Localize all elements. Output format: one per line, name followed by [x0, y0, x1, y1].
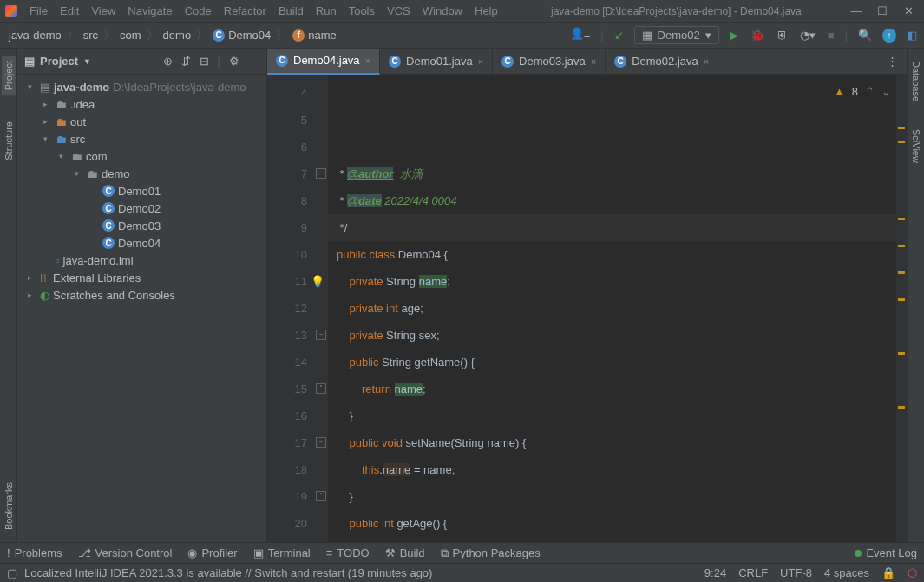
tree-arrow-icon[interactable]: ▸: [28, 273, 36, 282]
breadcrumb-item[interactable]: com: [116, 27, 145, 43]
code-editor[interactable]: 456789101112131415161718192021 −−˄−˄− ▲ …: [267, 75, 907, 542]
tool-tab-sciview[interactable]: SciView: [909, 124, 923, 168]
menu-edit[interactable]: Edit: [55, 3, 84, 19]
line-number[interactable]: 15: [267, 376, 307, 402]
tree-arrow-icon[interactable]: ▸: [28, 291, 36, 299]
chevron-up-icon[interactable]: ⌃: [865, 78, 875, 105]
menu-code[interactable]: Code: [180, 3, 217, 19]
line-number[interactable]: 20: [267, 510, 307, 537]
search-icon[interactable]: 🔍: [856, 27, 874, 43]
code-line[interactable]: 💡 private String name;: [337, 268, 907, 295]
run-config-selector[interactable]: ▦ Demo02 ▾: [634, 26, 719, 44]
tool-todo[interactable]: ≡TODO: [326, 546, 370, 559]
tree-row[interactable]: CDemo02: [17, 199, 266, 217]
tool-tab-structure[interactable]: Structure: [2, 116, 16, 166]
status-item[interactable]: 4 spaces: [824, 566, 869, 579]
editor-tab[interactable]: CDemo04.java×: [267, 49, 380, 75]
tool-tab-bookmarks[interactable]: Bookmarks: [2, 477, 16, 535]
tree-arrow-icon[interactable]: ▾: [28, 82, 36, 91]
line-number[interactable]: 11: [267, 268, 307, 295]
line-number[interactable]: 12: [267, 295, 307, 322]
tree-arrow-icon[interactable]: ▾: [75, 169, 83, 178]
code-line[interactable]: * @author 水滴: [337, 160, 907, 187]
tree-row[interactable]: CDemo04: [17, 234, 266, 252]
intention-bulb-icon[interactable]: 💡: [311, 268, 324, 295]
tool-python-packages[interactable]: ⧉Python Packages: [441, 546, 541, 560]
settings-icon[interactable]: ⚙: [229, 55, 239, 68]
status-item[interactable]: CRLF: [738, 566, 768, 579]
expand-all-icon[interactable]: ⇵: [181, 55, 191, 68]
tool-windows-icon[interactable]: ▢: [7, 566, 17, 579]
tree-arrow-icon[interactable]: ▾: [59, 152, 68, 160]
code-line[interactable]: * @date 2022/4/4 0004: [337, 187, 907, 214]
tree-row[interactable]: ▸🖿out: [17, 113, 266, 130]
event-log[interactable]: Event Log: [855, 546, 917, 559]
menu-tools[interactable]: Tools: [344, 3, 380, 19]
menu-run[interactable]: Run: [311, 3, 342, 19]
run-button[interactable]: ▶: [728, 27, 740, 43]
tree-row[interactable]: ▸⊪External Libraries: [17, 269, 266, 286]
project-panel-title[interactable]: ▤ Project ▼: [24, 55, 91, 68]
tree-row[interactable]: ▫java-demo.iml: [17, 252, 266, 269]
menu-build[interactable]: Build: [273, 3, 309, 19]
debug-button[interactable]: 🐞: [749, 27, 766, 43]
lock-icon[interactable]: 🔒: [881, 566, 895, 579]
line-number[interactable]: 10: [267, 241, 307, 268]
chevron-down-icon[interactable]: ⌄: [881, 78, 891, 105]
status-message[interactable]: Localized IntelliJ IDEA 2021.3.3 is avai…: [24, 566, 432, 579]
code-line[interactable]: public int getAge() {: [337, 510, 907, 537]
fold-toggle[interactable]: ˄: [316, 491, 326, 501]
line-number[interactable]: 17: [267, 429, 307, 456]
breadcrumb-item[interactable]: CDemo04: [209, 27, 274, 43]
tool-build[interactable]: ⚒Build: [385, 546, 425, 559]
menu-refactor[interactable]: Refactor: [219, 3, 272, 19]
line-number[interactable]: 4: [267, 80, 307, 107]
line-number[interactable]: 7: [267, 160, 307, 187]
close-button[interactable]: ✕: [901, 4, 915, 17]
menu-file[interactable]: File: [24, 3, 53, 19]
line-number[interactable]: 16: [267, 402, 307, 429]
code-line[interactable]: return name;: [337, 376, 907, 402]
inspection-badge[interactable]: ▲ 8 ⌃ ⌄: [834, 78, 891, 105]
editor-tab[interactable]: CDemo01.java×: [380, 49, 493, 75]
code-content[interactable]: ▲ 8 ⌃ ⌄ * @author 水滴 * @date 2022/4/4 00…: [328, 75, 907, 542]
tab-menu-icon[interactable]: ⋮: [878, 55, 907, 68]
breadcrumb-item[interactable]: fname: [289, 27, 340, 43]
close-tab-icon[interactable]: ×: [478, 56, 483, 67]
close-tab-icon[interactable]: ×: [365, 56, 370, 66]
code-line[interactable]: }: [337, 483, 907, 510]
tree-row[interactable]: ▾🖿com: [17, 147, 266, 165]
menu-vcs[interactable]: VCS: [382, 3, 416, 19]
close-tab-icon[interactable]: ×: [591, 56, 596, 67]
code-line[interactable]: public class Demo04 {: [337, 241, 907, 268]
sync-icon[interactable]: ↙: [613, 27, 626, 43]
tree-row[interactable]: ▾▤java-demo D:\IdeaProjects\java-demo: [17, 78, 266, 95]
tool-tab-project[interactable]: Project: [2, 56, 16, 95]
tree-arrow-icon[interactable]: ▸: [43, 117, 52, 126]
tool-terminal[interactable]: ▣Terminal: [253, 546, 311, 559]
breadcrumb-item[interactable]: demo: [160, 27, 195, 43]
tree-arrow-icon[interactable]: ▸: [43, 100, 52, 108]
fold-toggle[interactable]: ˄: [316, 383, 326, 394]
tree-row[interactable]: ▸◐Scratches and Consoles: [17, 286, 266, 304]
select-opened-icon[interactable]: ⊕: [163, 55, 173, 68]
tree-row[interactable]: CDemo01: [17, 182, 266, 199]
tool-profiler[interactable]: ◉Profiler: [187, 546, 237, 559]
fold-toggle[interactable]: −: [316, 330, 326, 340]
update-icon[interactable]: ↑: [882, 29, 896, 43]
profiler-button[interactable]: ◔▾: [798, 27, 817, 43]
line-number[interactable]: 6: [267, 134, 307, 160]
line-number[interactable]: 5: [267, 107, 307, 134]
line-number[interactable]: 8: [267, 187, 307, 214]
line-number[interactable]: 21: [267, 537, 307, 542]
breadcrumb-item[interactable]: src: [80, 27, 102, 43]
editor-tab[interactable]: CDemo02.java×: [606, 49, 718, 75]
menu-window[interactable]: Window: [417, 3, 468, 19]
tree-row[interactable]: ▸🖿.idea: [17, 95, 266, 113]
tree-arrow-icon[interactable]: ▾: [43, 134, 52, 143]
editor-tab[interactable]: CDemo03.java×: [493, 49, 606, 75]
breadcrumb-item[interactable]: java-demo: [5, 27, 65, 43]
tool-problems[interactable]: !Problems: [7, 546, 62, 559]
line-number[interactable]: 13: [267, 322, 307, 349]
stop-button[interactable]: ■: [826, 27, 836, 43]
